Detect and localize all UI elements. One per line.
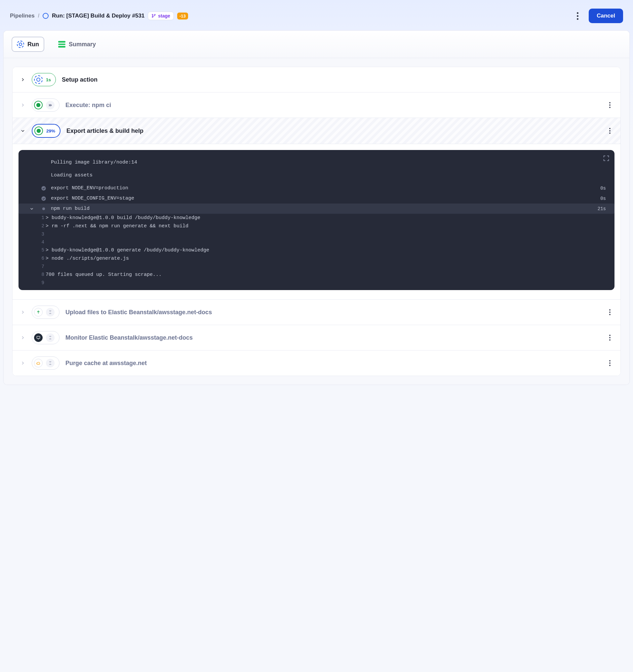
- action-title: Monitor Elastic Beanstalk/awsstage.net-d…: [66, 334, 601, 341]
- log-text: npm run build: [51, 206, 591, 212]
- terminal: Pulling image library/node:14 Loading as…: [19, 150, 614, 290]
- upload-icon: [34, 308, 43, 316]
- status-progress: 29%: [46, 128, 55, 134]
- tab-run[interactable]: Run: [11, 37, 44, 52]
- log-output-line: 1> buddy-knowledge@1.0.0 build /buddy/bu…: [25, 214, 608, 222]
- action-more-button[interactable]: [607, 309, 613, 315]
- action-list: 1s Setup action Execute: npm ci: [12, 67, 621, 376]
- chevron-right-icon: [20, 77, 26, 82]
- breadcrumb: Pipelines / Run: [STAGE] Build & Deploy …: [10, 11, 188, 20]
- action-row-npm-ci[interactable]: Execute: npm ci: [13, 93, 620, 118]
- gear-icon: [17, 41, 24, 48]
- log-output-line: 6> node ./scripts/generate.js: [25, 255, 608, 263]
- run-status-icon: [43, 13, 49, 19]
- log-text: [46, 232, 606, 237]
- chevron-down-icon: [20, 128, 26, 134]
- check-circle-icon: [39, 196, 48, 201]
- log-text: Loading assets: [51, 172, 606, 178]
- action-row-upload[interactable]: Upload files to Elastic Beanstalk/awssta…: [13, 299, 620, 325]
- fullscreen-icon[interactable]: [603, 154, 610, 162]
- dot-icon: [34, 101, 43, 110]
- action-row-export[interactable]: 29% Export articles & build help: [13, 118, 620, 144]
- log-duration: 0s: [596, 196, 606, 201]
- log-text: export NODE_CONFIG_ENV=stage: [51, 196, 594, 201]
- header-bar: Pipelines / Run: [STAGE] Build & Deploy …: [3, 3, 630, 30]
- svg-point-6: [41, 196, 46, 200]
- action-title: Setup action: [62, 76, 613, 83]
- log-line-active[interactable]: npm run build 21s: [19, 203, 614, 214]
- log-text: 700 files queued up. Starting scrape...: [46, 272, 606, 278]
- log-line: export NODE_ENV=production 0s: [25, 183, 608, 193]
- log-output-line: 4: [25, 238, 608, 246]
- action-title: Upload files to Elastic Beanstalk/awssta…: [66, 309, 601, 316]
- svg-point-7: [42, 207, 45, 210]
- status-pill-skipped: [32, 98, 60, 112]
- breadcrumb-root[interactable]: Pipelines: [10, 13, 35, 19]
- breadcrumb-separator: /: [38, 13, 39, 19]
- branch-label: stage: [158, 13, 170, 19]
- summary-icon: [58, 41, 66, 48]
- status-pill-running: 29%: [32, 124, 61, 138]
- action-more-button[interactable]: [607, 102, 613, 108]
- svg-point-1: [152, 17, 153, 18]
- log-duration: 21s: [594, 206, 606, 212]
- monitor-icon: [34, 333, 43, 342]
- chevron-right-icon: [20, 335, 26, 341]
- log-text: > buddy-knowledge@1.0.0 generate /buddy/…: [46, 247, 606, 253]
- log-text: [46, 240, 606, 245]
- log-text: Pulling image library/node:14: [51, 160, 606, 165]
- log-output-line: 5> buddy-knowledge@1.0.0 generate /buddy…: [25, 246, 608, 255]
- main-panel: Run Summary 1s Setup action: [3, 30, 630, 385]
- hourglass-icon: [46, 359, 54, 367]
- hourglass-icon: [46, 308, 54, 316]
- header-actions: Cancel: [573, 8, 623, 23]
- fast-forward-icon: [46, 101, 54, 110]
- branch-icon: [151, 14, 156, 18]
- action-row-purge[interactable]: Purge cache at awsstage.net: [13, 351, 620, 376]
- action-more-button[interactable]: [607, 360, 613, 366]
- log-text: [46, 264, 606, 269]
- log-line: export NODE_CONFIG_ENV=stage 0s: [25, 193, 608, 203]
- header-more-button[interactable]: [573, 12, 582, 20]
- commit-count-badge[interactable]: -13: [177, 13, 188, 20]
- action-title: Export articles & build help: [66, 127, 601, 135]
- log-text: > buddy-knowledge@1.0.0 build /buddy/bud…: [46, 215, 606, 221]
- action-more-button[interactable]: [607, 128, 613, 134]
- status-pill-done: 1s: [32, 73, 56, 86]
- spinner-icon: [34, 75, 43, 84]
- log-text: [46, 280, 606, 285]
- panel-body: 1s Setup action Execute: npm ci: [4, 58, 629, 385]
- tab-summary-label: Summary: [69, 41, 96, 48]
- log-duration: 0s: [596, 186, 606, 191]
- status-pill-pending: [32, 331, 60, 344]
- log-text: > node ./scripts/generate.js: [46, 256, 606, 261]
- action-title: Purge cache at awsstage.net: [66, 360, 601, 367]
- log-text: > rm -rf .next && npm run generate && ne…: [46, 223, 606, 229]
- action-title: Execute: npm ci: [66, 102, 601, 109]
- svg-rect-8: [37, 336, 40, 338]
- chevron-down-icon: [27, 207, 37, 211]
- log-output-line: 2> rm -rf .next && npm run generate && n…: [25, 222, 608, 230]
- tab-run-label: Run: [27, 41, 39, 48]
- chevron-right-icon: [20, 102, 26, 108]
- svg-marker-3: [49, 104, 50, 107]
- action-more-button[interactable]: [607, 335, 613, 341]
- tab-summary[interactable]: Summary: [53, 38, 100, 51]
- action-row-monitor[interactable]: Monitor Elastic Beanstalk/awsstage.net-d…: [13, 325, 620, 351]
- log-output-line: 3: [25, 230, 608, 238]
- log-text: export NODE_ENV=production: [51, 185, 594, 191]
- action-row-setup[interactable]: 1s Setup action: [13, 67, 620, 93]
- status-pill-pending: [32, 357, 60, 370]
- breadcrumb-title: Run: [STAGE] Build & Deploy #531: [52, 13, 144, 19]
- svg-marker-4: [50, 104, 51, 107]
- svg-point-0: [152, 14, 153, 15]
- log-output-line: 8700 files queued up. Starting scrape...: [25, 270, 608, 279]
- hourglass-icon: [46, 333, 54, 342]
- log-output-line: 9: [25, 279, 608, 287]
- log-line: Loading assets: [25, 170, 608, 181]
- branch-tag[interactable]: stage: [148, 11, 174, 20]
- log-line: Pulling image library/node:14: [25, 157, 608, 168]
- svg-point-2: [155, 14, 155, 15]
- cancel-button[interactable]: Cancel: [589, 8, 623, 23]
- svg-point-5: [41, 186, 46, 190]
